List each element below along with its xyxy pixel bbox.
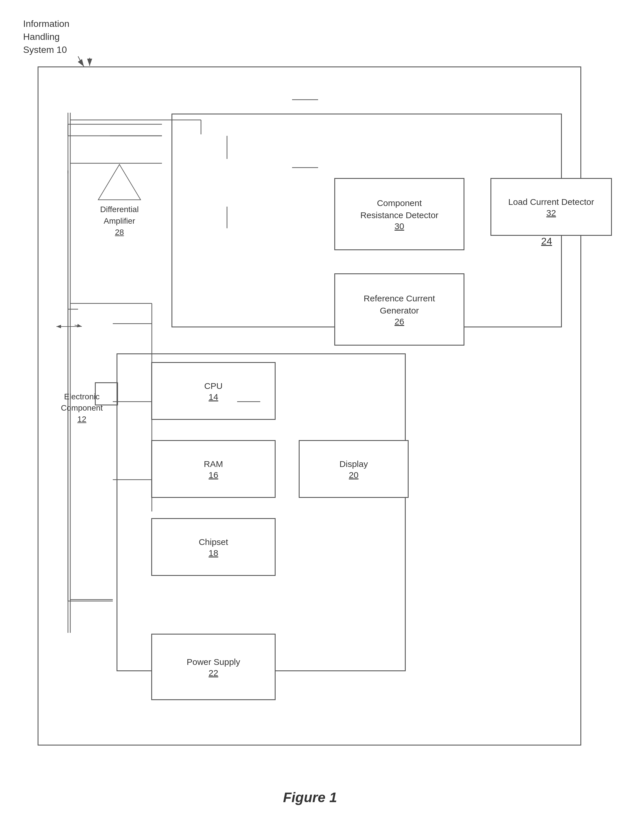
system-label: Information Handling System 10 bbox=[23, 17, 69, 56]
diff-amp-container: Differential Amplifier 28 bbox=[79, 163, 160, 238]
power-supply-box: Power Supply 22 bbox=[151, 634, 275, 700]
chipset-box: Chipset 18 bbox=[151, 518, 275, 576]
system-label-line1: Information bbox=[23, 18, 69, 29]
comp-resistance-title: Component Resistance Detector bbox=[360, 197, 438, 221]
ref-current-number: 26 bbox=[394, 317, 404, 327]
diff-amp-label: Differential Amplifier 28 bbox=[100, 204, 138, 238]
figure-label: Figure 1 bbox=[283, 789, 337, 806]
ram-title: RAM bbox=[204, 458, 223, 470]
system-label-line2: Handling bbox=[23, 32, 60, 42]
load-current-number: 32 bbox=[546, 208, 556, 218]
ref-current-generator-box: Reference Current Generator 26 bbox=[334, 273, 464, 346]
cpu-number: 14 bbox=[209, 392, 218, 402]
comp-resistance-number: 30 bbox=[394, 221, 404, 231]
elec-component-label: Electronic Component 12 bbox=[53, 391, 111, 425]
ram-box: RAM 16 bbox=[151, 440, 275, 498]
power-supply-number: 22 bbox=[209, 668, 218, 678]
display-box: Display 20 bbox=[299, 440, 409, 498]
ref-current-title: Reference Current Generator bbox=[364, 292, 435, 317]
comp-resistance-detector-box: Component Resistance Detector 30 bbox=[334, 178, 464, 250]
system-label-line3: System 10 bbox=[23, 45, 67, 55]
power-supply-title: Power Supply bbox=[187, 656, 240, 668]
page: Information Handling System 10 bbox=[0, 0, 620, 840]
cpu-title: CPU bbox=[204, 380, 223, 392]
load-current-detector-box: Load Current Detector 32 bbox=[491, 178, 612, 236]
current-detector-box: Current Detector 24 Component Resistance… bbox=[172, 114, 562, 327]
chipset-number: 18 bbox=[209, 548, 218, 558]
display-title: Display bbox=[340, 458, 368, 470]
load-current-title: Load Current Detector bbox=[509, 196, 594, 208]
main-system-box: Current Detector 24 Component Resistance… bbox=[38, 66, 581, 746]
svg-marker-17 bbox=[98, 164, 141, 200]
diff-amp-triangle bbox=[82, 163, 157, 201]
chipset-title: Chipset bbox=[199, 536, 228, 548]
display-number: 20 bbox=[349, 470, 358, 480]
cpu-box: CPU 14 bbox=[151, 362, 275, 420]
ram-number: 16 bbox=[209, 470, 218, 480]
